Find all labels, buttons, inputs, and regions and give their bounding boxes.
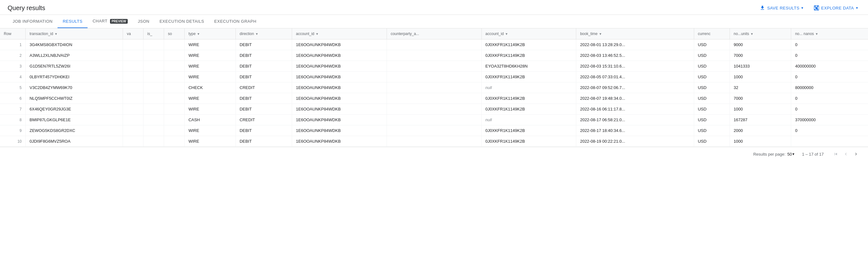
col-header-no-units[interactable]: no...units ▼ xyxy=(730,28,791,39)
table-cell: CHECK xyxy=(185,82,236,93)
table-cell: 167287 xyxy=(730,115,791,125)
col-header-no-nanos[interactable]: no... nanos ▼ xyxy=(791,28,868,39)
table-cell xyxy=(144,136,164,147)
table-cell xyxy=(386,115,482,125)
table-cell: 4 xyxy=(0,72,26,82)
col-header-transaction-id[interactable]: transaction_id ▼ xyxy=(26,28,123,39)
tab-json[interactable]: JSON xyxy=(133,15,155,28)
table-cell: DEBIT xyxy=(236,104,292,115)
table-header-row: Row transaction_id ▼ va is_ so xyxy=(0,28,868,39)
resize-handle-book-time[interactable] xyxy=(692,28,694,39)
resize-handle-transaction-id[interactable] xyxy=(121,28,123,39)
col-header-direction[interactable]: direction ▼ xyxy=(236,28,292,39)
table-cell: USD xyxy=(694,136,730,147)
rows-per-page-label: Results per page: xyxy=(753,152,785,157)
rows-per-page-select[interactable]: 50 ▾ xyxy=(787,152,794,157)
table-cell: G1D5EN7RTL5ZW26I xyxy=(26,61,123,72)
resize-handle-type[interactable] xyxy=(234,28,236,39)
resize-handle-so[interactable] xyxy=(183,28,184,39)
resize-handle-account-id[interactable] xyxy=(385,28,386,39)
table-cell: 370000000 xyxy=(791,115,868,125)
table-row: 76X46QEY0GR29JG3EWIREDEBIT1E6OOAUNKP84WD… xyxy=(0,104,868,115)
table-row: 6NLQ5MPF5CCHWT0IZWIREDEBIT1E6OOAUNKP84WD… xyxy=(0,93,868,104)
table-cell xyxy=(123,115,144,125)
table-cell xyxy=(164,93,185,104)
first-page-icon xyxy=(833,152,838,157)
table-cell xyxy=(123,39,144,50)
table-cell: USD xyxy=(694,115,730,125)
table-cell: DEBIT xyxy=(236,93,292,104)
table-cell: WIRE xyxy=(185,72,236,82)
table-cell: 1E6OOAUNKP84WDKB xyxy=(292,61,387,72)
table-cell: USD xyxy=(694,50,730,61)
tab-execution-graph[interactable]: EXECUTION GRAPH xyxy=(209,15,261,28)
table-cell xyxy=(386,39,482,50)
next-page-button[interactable] xyxy=(851,150,860,158)
col-header-account-id[interactable]: account_id ▼ xyxy=(292,28,387,39)
table-row: 5V3C2DB4ZYMW69K70CHECKCREDIT1E6OOAUNKP84… xyxy=(0,82,868,93)
table-cell: WIRE xyxy=(185,136,236,147)
explore-data-button[interactable]: EXPLORE DATA ▾ xyxy=(811,4,860,12)
tab-results[interactable]: RESULTS xyxy=(58,15,88,28)
table-cell: 0LBYRT457YDH0KEI xyxy=(26,72,123,82)
resize-handle-direction[interactable] xyxy=(290,28,292,39)
col-header-counterparty-a: counterparty_a... xyxy=(386,28,482,39)
table-cell: A3WLL2XLNBJVAIZP xyxy=(26,50,123,61)
table-cell: DEBIT xyxy=(236,50,292,61)
table-cell xyxy=(144,82,164,93)
resize-handle-no-units[interactable] xyxy=(789,28,791,39)
table-cell: 0 xyxy=(791,104,868,115)
resize-handle-counterparty-a[interactable] xyxy=(480,28,482,39)
col-header-va: va xyxy=(123,28,144,39)
resize-handle-no-nanos[interactable] xyxy=(867,28,868,39)
first-page-button[interactable] xyxy=(831,150,840,158)
prev-page-button[interactable] xyxy=(841,150,850,158)
save-results-button[interactable]: SAVE RESULTS ▾ xyxy=(757,4,806,12)
table-cell: V3C2DB4ZYMW69K70 xyxy=(26,82,123,93)
table-cell: DEBIT xyxy=(236,72,292,82)
tab-job-information[interactable]: JOB INFORMATION xyxy=(8,15,58,28)
table-cell: 1E6OOAUNKP84WDKB xyxy=(292,104,387,115)
table-cell: 1E6OOAUNKP84WDKB xyxy=(292,125,387,136)
table-cell: 2022-08-07 19:48:34.0... xyxy=(576,93,694,104)
col-header-cp-account-id[interactable]: account_id ▼ xyxy=(482,28,576,39)
table-cell: 1E6OOAUNKP84WDKB xyxy=(292,72,387,82)
sort-icon-book-time: ▼ xyxy=(599,32,602,36)
prev-page-icon xyxy=(843,152,848,157)
table-cell: 0J0XKFR1K1149K2B xyxy=(482,39,576,50)
table-cell xyxy=(164,50,185,61)
resize-handle-cp-account-id[interactable] xyxy=(575,28,576,39)
col-header-type[interactable]: type ▼ xyxy=(185,28,236,39)
resize-handle-va[interactable] xyxy=(142,28,143,39)
tab-execution-details[interactable]: EXECUTION DETAILS xyxy=(155,15,209,28)
table-cell: 1 xyxy=(0,39,26,50)
table-cell: USD xyxy=(694,72,730,82)
table-cell: 2022-08-05 07:33:01.4... xyxy=(576,72,694,82)
table-cell: 1E6OOAUNKP84WDKB xyxy=(292,136,387,147)
resize-handle-currency[interactable] xyxy=(728,28,730,39)
table-cell: 2022-08-07 09:52:06.7... xyxy=(576,82,694,93)
table-cell: 400000000 xyxy=(791,61,868,72)
table-cell: WIRE xyxy=(185,93,236,104)
tab-chart[interactable]: CHART PREVIEW xyxy=(88,15,133,28)
table-cell: ZEWOG5KDS8GR2DXC xyxy=(26,125,123,136)
table-cell xyxy=(144,104,164,115)
tabs-bar: JOB INFORMATION RESULTS CHART PREVIEW JS… xyxy=(0,15,868,28)
table-cell: 2022-08-01 13:28:29.0... xyxy=(576,39,694,50)
col-header-book-time[interactable]: book_time ▼ xyxy=(576,28,694,39)
table-cell xyxy=(144,125,164,136)
table-cell: 1E6OOAUNKP84WDKB xyxy=(292,82,387,93)
table-cell: DEBIT xyxy=(236,136,292,147)
table-cell xyxy=(164,136,185,147)
table-cell: DEBIT xyxy=(236,125,292,136)
table-cell: 7000 xyxy=(730,50,791,61)
table-cell xyxy=(164,82,185,93)
table-cell: EYOA32T8HD6KH28N xyxy=(482,61,576,72)
table-cell: 1000 xyxy=(730,72,791,82)
table-cell: 0JDI9F8G6MVZ5ROA xyxy=(26,136,123,147)
table-cell: CREDIT xyxy=(236,115,292,125)
page-title: Query results xyxy=(8,4,45,12)
table-cell: 32 xyxy=(730,82,791,93)
resize-handle-is[interactable] xyxy=(162,28,164,39)
table-cell xyxy=(386,125,482,136)
